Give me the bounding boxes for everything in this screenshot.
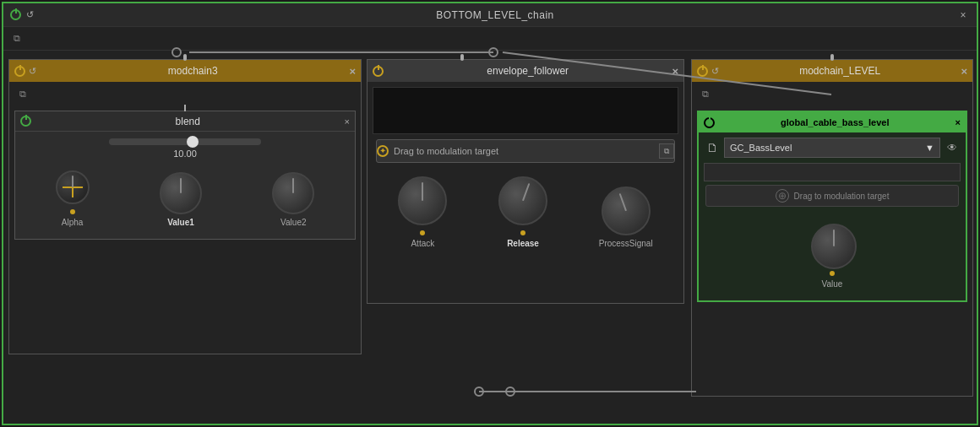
main-title-bar: ↺ BOTTOM_LEVEL_chain × bbox=[3, 3, 977, 27]
dropdown-row: 🗋 GC_BassLevel ▼ 👁 bbox=[704, 138, 961, 158]
blend-title: blend bbox=[35, 116, 341, 127]
value-knob-label: Value bbox=[822, 279, 843, 289]
blend-power[interactable] bbox=[20, 116, 31, 127]
envelope-title-bar: envelope_follower × bbox=[368, 60, 683, 82]
knob-value[interactable] bbox=[811, 224, 853, 266]
env-drag-target-btn[interactable]: ✦ Drag to modulation target ⧉ bbox=[376, 139, 675, 163]
modchain3-toolbar: ⧉ bbox=[9, 82, 361, 105]
doc-icon[interactable]: 🗋 bbox=[704, 139, 721, 156]
modchain3-close[interactable]: × bbox=[349, 65, 356, 78]
value-knob-row: Value bbox=[699, 210, 966, 300]
modchain3-title: modchain3 bbox=[40, 65, 346, 77]
connector-top-modchain3 bbox=[183, 54, 187, 61]
slider-track[interactable] bbox=[109, 138, 261, 145]
knob-value-container: Value bbox=[811, 224, 853, 289]
panel-envelope-follower: envelope_follower × ✦ Drag to modulation… bbox=[367, 59, 684, 304]
slider-area: 10.00 bbox=[15, 132, 355, 162]
knob-attack-container: Attack bbox=[398, 176, 447, 248]
env-drag-icon-inner: ✦ bbox=[379, 147, 386, 155]
modlevel-title: modchain_LEVEL bbox=[722, 65, 957, 77]
blend-knobs-row: Alpha Value1 Value2 bbox=[15, 162, 355, 239]
connector-top-modlevel bbox=[830, 54, 834, 61]
modlevel-external-link[interactable]: ⧉ bbox=[699, 87, 712, 100]
alpha-dot bbox=[70, 209, 75, 214]
green-panel-power[interactable] bbox=[704, 117, 715, 128]
knob-value1[interactable] bbox=[160, 172, 202, 214]
sub-panel-connector bbox=[184, 105, 186, 111]
dropdown-value: GC_BassLevel bbox=[730, 143, 792, 153]
knob-alpha[interactable] bbox=[56, 170, 90, 204]
alpha-label: Alpha bbox=[62, 218, 84, 227]
knob-value2-container: Value2 bbox=[272, 172, 314, 227]
green-panel-close[interactable]: × bbox=[956, 117, 961, 127]
attack-label: Attack bbox=[411, 239, 434, 248]
modlevel-recycle-icon[interactable]: ↺ bbox=[711, 66, 719, 77]
knob-processsignal-container: ProcessSignal bbox=[599, 186, 653, 248]
panel-modchain3: ↺ modchain3 × ⧉ blend × 10.00 bbox=[8, 59, 362, 354]
value2-label: Value2 bbox=[280, 218, 306, 227]
chevron-down-icon: ▼ bbox=[925, 143, 934, 153]
toolbar-row: ⧉ bbox=[3, 27, 977, 51]
envelope-title: envelope_follower bbox=[387, 65, 668, 77]
value-display-bar bbox=[704, 163, 961, 181]
knob-value1-container: Value1 bbox=[160, 172, 202, 227]
env-drag-label: Drag to modulation target bbox=[394, 146, 498, 156]
knob-processsignal[interactable] bbox=[602, 186, 651, 235]
slider-value: 10.00 bbox=[173, 149, 197, 159]
blend-title-bar: blend × bbox=[15, 111, 355, 132]
dropdown-select[interactable]: GC_BassLevel ▼ bbox=[724, 138, 940, 158]
main-power-icon[interactable] bbox=[10, 9, 21, 20]
knob-release[interactable] bbox=[498, 176, 547, 225]
modchain3-external-link[interactable]: ⧉ bbox=[16, 87, 30, 100]
main-recycle-icon[interactable]: ↺ bbox=[26, 9, 34, 20]
modlevel-toolbar: ⧉ bbox=[692, 82, 972, 105]
knob-attack[interactable] bbox=[398, 176, 447, 225]
crosshair-icon bbox=[63, 177, 83, 197]
svg-point-5 bbox=[475, 387, 483, 396]
svg-point-6 bbox=[506, 387, 514, 396]
blend-close[interactable]: × bbox=[345, 116, 350, 127]
release-dot bbox=[520, 230, 525, 235]
env-knobs-row: Attack Release ProcessSignal bbox=[368, 168, 683, 260]
knob-release-container: Release bbox=[498, 176, 547, 248]
modlevel-power-icon[interactable] bbox=[697, 66, 708, 77]
env-drag-right-icon[interactable]: ⧉ bbox=[659, 143, 674, 159]
processsignal-label: ProcessSignal bbox=[599, 239, 653, 248]
inner-green-panel: global_cable_bass_level × 🗋 GC_BassLevel… bbox=[697, 111, 967, 302]
release-label: Release bbox=[507, 239, 539, 248]
slider-thumb[interactable] bbox=[187, 136, 199, 148]
env-display bbox=[373, 87, 678, 134]
main-window: ↺ BOTTOM_LEVEL_chain × ⧉ ↺ modchain3 × bbox=[2, 2, 978, 425]
envelope-close[interactable]: × bbox=[672, 65, 678, 78]
modlevel-title-bar: ↺ modchain_LEVEL × bbox=[692, 60, 972, 82]
panel-modchain-level: ↺ modchain_LEVEL × ⧉ global_cable_bass_l… bbox=[691, 59, 973, 397]
modchain3-recycle-icon[interactable]: ↺ bbox=[29, 66, 36, 77]
env-drag-icon: ✦ bbox=[377, 145, 389, 157]
value1-label: Value1 bbox=[167, 218, 194, 227]
main-title: BOTTOM_LEVEL_chain bbox=[34, 9, 956, 21]
connector-top-env bbox=[460, 54, 464, 61]
knob-value2[interactable] bbox=[272, 172, 314, 214]
green-panel-title: global_cable_bass_level bbox=[718, 117, 952, 127]
main-close-button[interactable]: × bbox=[956, 8, 970, 22]
envelope-power-icon[interactable] bbox=[373, 66, 384, 77]
modlevel-drag-label: Drag to modulation target bbox=[794, 192, 890, 201]
value-knob-dot bbox=[830, 271, 835, 276]
modchain3-title-bar: ↺ modchain3 × bbox=[9, 60, 361, 82]
modchain3-power-icon[interactable] bbox=[14, 66, 25, 77]
external-link-icon[interactable]: ⧉ bbox=[10, 32, 24, 46]
eye-icon[interactable]: 👁 bbox=[944, 139, 961, 156]
green-panel-title-bar: global_cable_bass_level × bbox=[699, 112, 966, 132]
plus-circle-icon: ⊕ bbox=[776, 189, 789, 203]
sub-panel-blend: blend × 10.00 bbox=[14, 111, 356, 240]
modlevel-drag-target-btn[interactable]: ⊕ Drag to modulation target bbox=[705, 185, 959, 207]
modlevel-close[interactable]: × bbox=[961, 65, 967, 78]
attack-dot bbox=[420, 230, 425, 235]
knob-alpha-container: Alpha bbox=[56, 170, 90, 227]
